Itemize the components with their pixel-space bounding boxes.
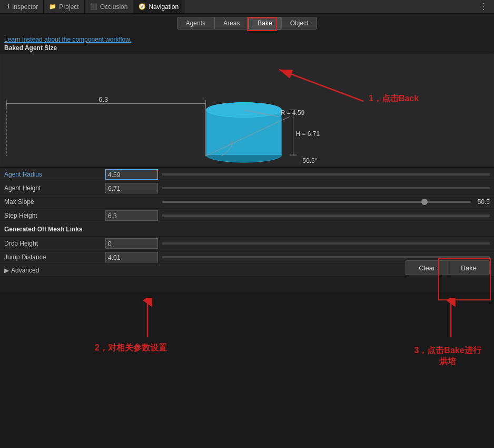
annotation2-arrow [132,298,163,340]
link-row: Learn instead about the component workfl… [0,33,494,44]
tab-inspector-label: Inspector [12,3,38,11]
agent-height-label: Agent Height [0,184,105,192]
max-slope-label: Max Slope [0,198,105,206]
tab-inspector[interactable]: ℹ Inspector [2,0,44,13]
jump-distance-value[interactable]: 4.01 [105,252,158,262]
drop-height-bar [162,242,490,245]
bottom-annotation-area: 2，对相关参数设置 3，点击Bake进行烘培 [0,293,494,448]
tab-occlusion-label: Occlusion [100,3,128,11]
clear-button[interactable]: Clear [406,260,448,275]
agent-radius-row: Agent Radius 4.59 [0,168,494,181]
step-height-bar [162,215,490,217]
sub-tab-object[interactable]: Object [281,17,318,30]
max-slope-thumb [421,199,428,205]
annotation3-arrow [435,298,467,340]
svg-text:6.3: 6.3 [98,95,108,103]
agent-diagram-svg: 6.3 R = 4.59 H = 6.71 50.5° [0,54,494,167]
generated-offmesh-header: Generated Off Mesh Links [0,222,494,237]
annotation3-text: 3，点击Bake进行烘培 [406,345,490,367]
project-icon: 📁 [49,3,56,10]
drop-height-label: Drop Height [0,240,105,247]
agent-height-bar [162,187,490,189]
tab-bar: ℹ Inspector 📁 Project ⬛ Occlusion 🧭 Navi… [0,0,494,14]
sub-tab-agents[interactable]: Agents [177,17,214,30]
jump-distance-bar [162,256,490,258]
tab-occlusion[interactable]: ⬛ Occlusion [85,0,134,13]
tab-project[interactable]: 📁 Project [44,0,84,13]
agent-height-row: Agent Height 6.71 [0,181,494,195]
tab-navigation[interactable]: 🧭 Navigation [133,0,184,13]
agent-radius-value[interactable]: 4.59 [105,169,158,180]
svg-text:H = 6.71: H = 6.71 [296,130,320,138]
baked-agent-size-title: Baked Agent Size [0,44,494,54]
component-workflow-link[interactable]: Learn instead about the component workfl… [4,36,132,43]
step-height-label: Step Height [0,212,105,219]
tab-project-label: Project [59,3,78,11]
svg-text:50.5°: 50.5° [303,157,318,164]
annotation2-text: 2，对相关参数设置 [95,343,167,354]
occlusion-icon: ⬛ [90,3,97,10]
agent-radius-bar [162,173,490,176]
action-buttons: Clear Bake [406,260,490,275]
max-slope-value [105,197,158,207]
step-height-value[interactable]: 6.3 [105,210,158,221]
agent-height-value[interactable]: 6.71 [105,183,158,193]
sub-tab-areas[interactable]: Areas [214,17,249,30]
drop-height-value[interactable]: 0 [105,238,158,249]
sub-tab-bake[interactable]: Bake [249,17,281,30]
tab-menu-dots[interactable]: ⋮ [475,2,492,12]
step-height-row: Step Height 6.3 [0,209,494,222]
bake-button[interactable]: Bake [448,260,490,275]
tab-navigation-label: Navigation [149,3,179,11]
agent-radius-label: Agent Radius [0,171,105,178]
advanced-triangle-icon: ▶ [4,267,9,274]
drop-height-row: Drop Height 0 [0,237,494,250]
navigation-icon: 🧭 [139,3,146,10]
max-slope-slider[interactable] [162,201,471,203]
diagram-area: 6.3 R = 4.59 H = 6.71 50.5° [0,54,494,167]
inspector-icon: ℹ [7,3,9,10]
jump-distance-label: Jump Distance [0,254,105,261]
sub-tab-bar: Agents Areas Bake Object [0,14,494,33]
max-slope-slider-area: 50.5 [158,198,494,206]
max-slope-row: Max Slope 50.5 [0,195,494,209]
advanced-label: Advanced [11,267,39,274]
svg-text:R = 4.59: R = 4.59 [281,109,305,116]
max-slope-val: 50.5 [474,198,490,206]
